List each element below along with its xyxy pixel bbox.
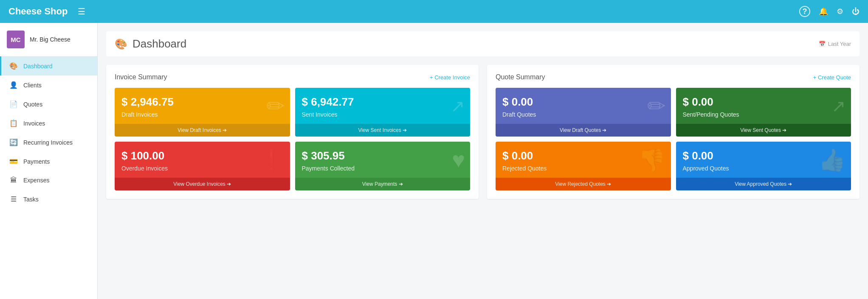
invoice-panel-title: Invoice Summary <box>115 73 167 81</box>
quote-cards-grid: $ 0.00 Draft Quotes ✏ View Draft Quotes … <box>496 88 851 190</box>
sidebar-item-invoices[interactable]: 📋 Invoices <box>0 114 97 133</box>
sidebar-item-clients[interactable]: 👤 Clients <box>0 75 97 95</box>
approved-quotes-amount: $ 0.00 <box>683 149 845 162</box>
user-name: Mr. Big Cheese <box>30 36 70 43</box>
sent-quotes-card[interactable]: $ 0.00 Sent/Pending Quotes ↗ View Sent Q… <box>676 88 851 137</box>
sidebar-item-expenses[interactable]: 🏛 Expenses <box>0 171 97 190</box>
sidebar-label-expenses: Expenses <box>23 177 49 184</box>
create-invoice-link[interactable]: + Create Invoice <box>430 74 470 81</box>
date-filter-label: Last Year <box>828 41 851 47</box>
sidebar-item-quotes[interactable]: 📄 Quotes <box>0 95 97 114</box>
sidebar-label-payments: Payments <box>23 158 50 165</box>
overdue-invoices-amount: $ 100.00 <box>121 149 283 162</box>
draft-quotes-label: Draft Quotes <box>502 111 664 118</box>
quote-panel-title: Quote Summary <box>496 73 545 81</box>
overdue-invoices-card[interactable]: $ 100.00 Overdue Invoices ❗ View Overdue… <box>115 142 290 190</box>
page-title-icon: 🎨 <box>115 38 127 50</box>
sent-quotes-card-body: $ 0.00 Sent/Pending Quotes ↗ <box>676 88 851 124</box>
sent-quotes-label: Sent/Pending Quotes <box>683 111 845 118</box>
draft-invoices-amount: $ 2,946.75 <box>121 95 283 109</box>
rejected-quotes-amount: $ 0.00 <box>502 149 664 162</box>
main-content: 🎨 Dashboard 📅 Last Year Invoice Summary … <box>98 23 868 299</box>
expenses-icon: 🏛 <box>9 176 18 184</box>
invoices-icon: 📋 <box>9 119 18 127</box>
quotes-icon: 📄 <box>9 100 18 108</box>
sidebar-label-dashboard: Dashboard <box>23 63 53 70</box>
overdue-invoices-footer[interactable]: View Overdue Invoices ➔ <box>115 178 290 190</box>
approved-quotes-footer[interactable]: View Approved Quotes ➔ <box>676 178 851 190</box>
tasks-icon: ☰ <box>9 195 18 203</box>
approved-quotes-label: Approved Quotes <box>683 165 845 172</box>
calendar-icon: 📅 <box>819 41 826 47</box>
top-nav-right: ? 🔔 ⚙ ⏻ <box>799 6 860 17</box>
payments-collected-footer[interactable]: View Payments ➔ <box>295 178 471 190</box>
power-icon[interactable]: ⏻ <box>852 7 860 16</box>
sidebar-item-tasks[interactable]: ☰ Tasks <box>0 190 97 209</box>
payments-collected-amount: $ 305.95 <box>302 149 464 162</box>
hamburger-icon[interactable]: ☰ <box>78 6 85 17</box>
draft-quotes-card[interactable]: $ 0.00 Draft Quotes ✏ View Draft Quotes … <box>496 88 671 137</box>
sent-invoices-card-body: $ 6,942.77 Sent Invoices ↗ <box>295 88 471 124</box>
draft-invoices-card-body: $ 2,946.75 Draft Invoices ✏ <box>115 88 290 124</box>
sidebar-item-recurring-invoices[interactable]: 🔄 Recurring Invoices <box>0 133 97 152</box>
top-nav-left: Cheese Shop ☰ <box>8 6 85 17</box>
sent-invoices-amount: $ 6,942.77 <box>302 95 464 109</box>
clients-icon: 👤 <box>9 81 18 89</box>
quote-panel-header: Quote Summary + Create Quote <box>496 73 851 81</box>
sent-quotes-amount: $ 0.00 <box>683 95 845 109</box>
sidebar-label-invoices: Invoices <box>23 120 45 127</box>
user-section: MC Mr. Big Cheese <box>0 23 97 56</box>
top-nav: Cheese Shop ☰ ? 🔔 ⚙ ⏻ <box>0 0 868 23</box>
page-header: 🎨 Dashboard 📅 Last Year <box>106 31 860 56</box>
sidebar-label-tasks: Tasks <box>23 196 39 203</box>
approved-quotes-card-body: $ 0.00 Approved Quotes 👍 <box>676 142 851 178</box>
date-filter[interactable]: 📅 Last Year <box>819 41 851 47</box>
sidebar-label-quotes: Quotes <box>23 101 42 108</box>
rejected-quotes-card[interactable]: $ 0.00 Rejected Quotes 👎 View Rejected Q… <box>496 142 671 190</box>
draft-quotes-footer[interactable]: View Draft Quotes ➔ <box>496 124 671 137</box>
settings-icon[interactable]: ⚙ <box>837 7 843 16</box>
draft-quotes-card-body: $ 0.00 Draft Quotes ✏ <box>496 88 671 124</box>
payments-icon: 💳 <box>9 157 18 165</box>
sent-invoices-footer[interactable]: View Sent Invoices ➔ <box>295 124 471 137</box>
quote-summary-panel: Quote Summary + Create Quote $ 0.00 Draf… <box>487 65 860 199</box>
invoice-panel-header: Invoice Summary + Create Invoice <box>115 73 470 81</box>
payments-collected-label: Payments Collected <box>302 165 464 172</box>
bell-icon[interactable]: 🔔 <box>819 7 828 16</box>
sidebar-nav: 🎨 Dashboard 👤 Clients 📄 Quotes 📋 Invoice… <box>0 56 97 209</box>
rejected-quotes-footer[interactable]: View Rejected Quotes ➔ <box>496 178 671 190</box>
dashboard-icon: 🎨 <box>9 62 18 70</box>
draft-invoices-label: Draft Invoices <box>121 111 283 118</box>
approved-quotes-card[interactable]: $ 0.00 Approved Quotes 👍 View Approved Q… <box>676 142 851 190</box>
help-icon[interactable]: ? <box>799 6 810 17</box>
rejected-quotes-label: Rejected Quotes <box>502 165 664 172</box>
draft-invoices-footer[interactable]: View Draft Invoices ➔ <box>115 124 290 137</box>
rejected-quotes-card-body: $ 0.00 Rejected Quotes 👎 <box>496 142 671 178</box>
create-quote-link[interactable]: + Create Quote <box>813 74 851 81</box>
overdue-invoices-card-body: $ 100.00 Overdue Invoices ❗ <box>115 142 290 178</box>
page-title-row: 🎨 Dashboard <box>115 37 186 50</box>
overdue-invoices-label: Overdue Invoices <box>121 165 283 172</box>
sidebar-item-payments[interactable]: 💳 Payments <box>0 152 97 171</box>
sent-invoices-card[interactable]: $ 6,942.77 Sent Invoices ↗ View Sent Inv… <box>295 88 471 137</box>
page-title: Dashboard <box>132 37 186 50</box>
main-layout: MC Mr. Big Cheese 🎨 Dashboard 👤 Clients … <box>0 23 868 299</box>
recurring-invoices-icon: 🔄 <box>9 138 18 146</box>
sidebar-item-dashboard[interactable]: 🎨 Dashboard <box>0 56 97 75</box>
draft-invoices-card[interactable]: $ 2,946.75 Draft Invoices ✏ View Draft I… <box>115 88 290 137</box>
sent-invoices-label: Sent Invoices <box>302 111 464 118</box>
invoice-summary-panel: Invoice Summary + Create Invoice $ 2,946… <box>106 65 479 199</box>
sidebar-label-recurring-invoices: Recurring Invoices <box>23 139 73 146</box>
sidebar-label-clients: Clients <box>23 82 42 89</box>
sidebar: MC Mr. Big Cheese 🎨 Dashboard 👤 Clients … <box>0 23 98 299</box>
invoice-cards-grid: $ 2,946.75 Draft Invoices ✏ View Draft I… <box>115 88 470 190</box>
app-title: Cheese Shop <box>8 6 68 17</box>
payments-collected-card-body: $ 305.95 Payments Collected ♥ <box>295 142 471 178</box>
payments-collected-card[interactable]: $ 305.95 Payments Collected ♥ View Payme… <box>295 142 471 190</box>
panels-row: Invoice Summary + Create Invoice $ 2,946… <box>106 65 860 199</box>
draft-quotes-amount: $ 0.00 <box>502 95 664 109</box>
sent-quotes-footer[interactable]: View Sent Quotes ➔ <box>676 124 851 137</box>
avatar: MC <box>7 31 25 48</box>
